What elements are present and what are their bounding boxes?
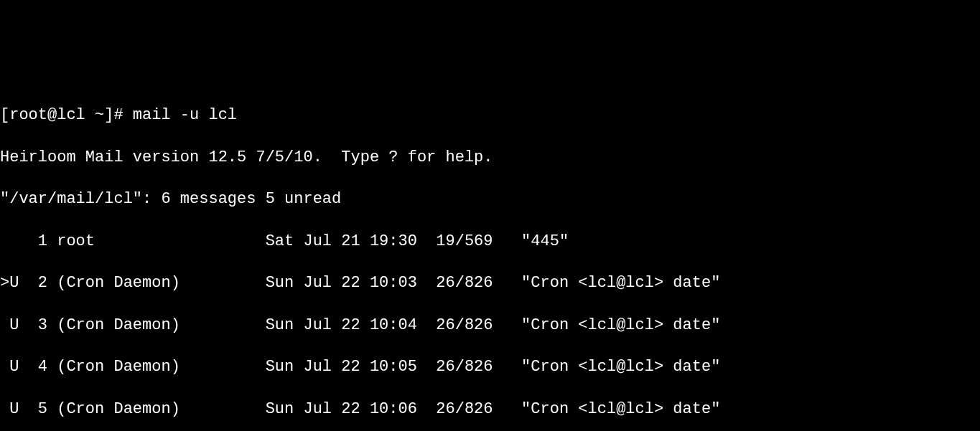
message-list-item: U 4 (Cron Daemon) Sun Jul 22 10:05 26/82… — [0, 356, 980, 377]
shell-prompt-line: [root@lcl ~]# mail -u lcl — [0, 105, 980, 125]
mail-version-line: Heirloom Mail version 12.5 7/5/10. Type … — [0, 147, 980, 168]
message-list-item: 1 root Sat Jul 21 19:30 19/569 "445" — [0, 231, 980, 252]
message-list-item: U 3 (Cron Daemon) Sun Jul 22 10:04 26/82… — [0, 315, 980, 336]
mailbox-info-line: "/var/mail/lcl": 6 messages 5 unread — [0, 189, 980, 209]
terminal[interactable]: [root@lcl ~]# mail -u lcl Heirloom Mail … — [0, 84, 980, 431]
message-list-item: >U 2 (Cron Daemon) Sun Jul 22 10:03 26/8… — [0, 273, 980, 293]
message-list-item: U 5 (Cron Daemon) Sun Jul 22 10:06 26/82… — [0, 399, 980, 420]
